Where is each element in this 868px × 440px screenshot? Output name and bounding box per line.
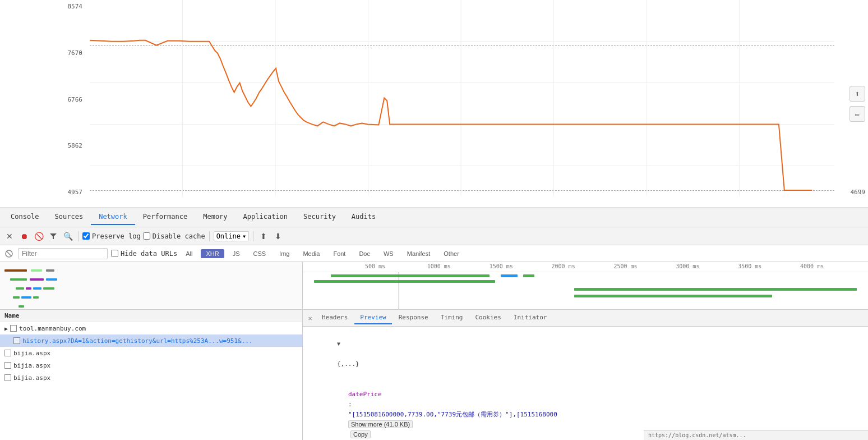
- blocked-btn[interactable]: [3, 248, 15, 259]
- preserve-log-text: Preserve log: [92, 232, 141, 240]
- preserve-log-label[interactable]: Preserve log: [82, 232, 141, 240]
- filter-img-btn[interactable]: Img: [274, 249, 294, 258]
- toolbar-divider-3: [253, 231, 253, 241]
- chart-svg: [90, 0, 834, 207]
- tab-headers[interactable]: Headers: [316, 311, 353, 324]
- json-root-braces: {,...}: [337, 360, 359, 368]
- svg-marker-11: [50, 233, 57, 239]
- toolbar-divider-1: [78, 231, 79, 241]
- hide-data-urls-text: Hide data URLs: [121, 250, 177, 258]
- filter-media-btn[interactable]: Media: [298, 249, 325, 258]
- tab-application[interactable]: Application: [236, 209, 296, 225]
- performance-chart: 8574 7670 6766 5862 4957 4699 ⬆ ✏: [0, 0, 868, 208]
- filter-manifest-btn[interactable]: Manifest: [402, 249, 436, 258]
- y-label-5862: 5862: [3, 142, 87, 149]
- tick-1500ms: 1500 ms: [490, 263, 513, 269]
- tab-console[interactable]: Console: [3, 209, 47, 225]
- filter-font-btn[interactable]: Font: [328, 249, 350, 258]
- filter-input[interactable]: [18, 248, 108, 259]
- tab-cookies[interactable]: Cookies: [469, 311, 506, 324]
- throttle-label: Online: [216, 232, 241, 240]
- disable-cache-checkbox[interactable]: [143, 232, 150, 240]
- json-val-dateprice: "[1515081600000,7739.00,"7739元包邮（需用券）"],…: [348, 411, 557, 418]
- filter-other-btn[interactable]: Other: [438, 249, 464, 258]
- chart-y-labels: 8574 7670 6766 5862 4957: [0, 0, 90, 207]
- tab-initiator[interactable]: Initiator: [508, 311, 553, 324]
- tab-network[interactable]: Network: [91, 209, 135, 225]
- close-panel-btn[interactable]: ✕: [305, 313, 315, 323]
- stop-btn[interactable]: 🚫: [33, 230, 45, 242]
- record-btn[interactable]: ⏺: [18, 230, 30, 242]
- filter-css-btn[interactable]: CSS: [248, 249, 271, 258]
- filter-all-btn[interactable]: All: [181, 249, 197, 258]
- close-devtools-btn[interactable]: ✕: [3, 230, 16, 242]
- file-icon-bijia-2: [4, 362, 11, 369]
- tick-2000ms: 2000 ms: [552, 263, 575, 269]
- import-btn[interactable]: ⬆: [257, 230, 270, 242]
- chart-scroll-buttons: ⬆ ✏: [849, 86, 865, 122]
- network-left-panel: Name ▶ tool.manmanbuy.com history.aspx?D…: [0, 310, 303, 440]
- preserve-log-checkbox[interactable]: [82, 232, 90, 240]
- file-name-bijia-3: bijia.aspx: [13, 374, 50, 382]
- y-label-8574: 8574: [3, 3, 87, 10]
- tab-memory[interactable]: Memory: [195, 209, 235, 225]
- chart-right-value: 4699: [851, 189, 866, 196]
- timeline-area: 500 ms 1000 ms 1500 ms 2000 ms 2500 ms 3…: [0, 262, 868, 310]
- y-label-4957: 4957: [3, 189, 87, 196]
- status-bar: https://blog.csdn.net/atsm...: [644, 430, 868, 440]
- filter-doc-btn[interactable]: Doc: [354, 249, 375, 258]
- hide-data-urls-checkbox[interactable]: [111, 250, 118, 257]
- timeline-names-col: [0, 262, 303, 309]
- tab-audits[interactable]: Audits: [344, 209, 384, 225]
- status-url: https://blog.csdn.net/atsm...: [648, 432, 746, 438]
- y-label-6766: 6766: [3, 96, 87, 103]
- file-item-history[interactable]: history.aspx?DA=1&action=gethistory&url=…: [0, 334, 302, 347]
- filter-xhr-btn[interactable]: XHR: [201, 249, 224, 258]
- filter-js-btn[interactable]: JS: [228, 249, 245, 258]
- toolbar-divider-2: [209, 231, 210, 241]
- tab-security[interactable]: Security: [296, 209, 344, 225]
- file-item-bijia-1[interactable]: bijia.aspx: [0, 347, 302, 359]
- tab-timing[interactable]: Timing: [435, 311, 469, 324]
- tab-response[interactable]: Response: [393, 311, 434, 324]
- json-key-dateprice: datePrice: [348, 391, 382, 398]
- filter-row: Hide data URLs All XHR JS CSS Img Media …: [0, 245, 868, 262]
- tick-500ms: 500 ms: [365, 263, 385, 269]
- y-label-7670: 7670: [3, 49, 87, 57]
- scroll-up-btn[interactable]: ⬆: [849, 86, 865, 102]
- network-split: Name ▶ tool.manmanbuy.com history.aspx?D…: [0, 310, 868, 440]
- json-root-line: ▼ {,...}: [307, 329, 864, 379]
- domain-arrow: ▶: [4, 326, 8, 332]
- disable-cache-label[interactable]: Disable cache: [143, 232, 205, 240]
- domain-name: tool.manmanbuy.com: [19, 325, 86, 332]
- tab-preview[interactable]: Preview: [354, 311, 391, 324]
- search-btn[interactable]: 🔍: [62, 230, 74, 242]
- file-name-history: history.aspx?DA=1&action=gethistory&url=…: [22, 337, 253, 345]
- disable-cache-text: Disable cache: [153, 232, 205, 240]
- expand-root-arrow[interactable]: ▼: [337, 341, 340, 347]
- file-item-bijia-2[interactable]: bijia.aspx: [0, 359, 302, 372]
- scroll-edit-btn[interactable]: ✏: [849, 106, 865, 122]
- filter-ws-btn[interactable]: WS: [378, 249, 399, 258]
- network-right-panel: ✕ Headers Preview Response Timing Cookie…: [303, 310, 868, 440]
- file-item-bijia-3[interactable]: bijia.aspx: [0, 372, 302, 384]
- export-btn[interactable]: ⬇: [272, 230, 284, 242]
- filter-btn[interactable]: [47, 230, 59, 242]
- file-icon-bijia-3: [4, 374, 11, 381]
- timeline-chart: 500 ms 1000 ms 1500 ms 2000 ms 2500 ms 3…: [303, 262, 868, 309]
- file-icon-bijia-1: [4, 350, 11, 356]
- throttle-arrow-icon: ▾: [242, 232, 246, 240]
- domain-item[interactable]: ▶ tool.manmanbuy.com: [0, 322, 302, 334]
- show-more-btn[interactable]: Show more (41.0 KB): [348, 420, 413, 428]
- file-icon-history: [13, 337, 20, 344]
- copy-btn[interactable]: Copy: [350, 430, 371, 438]
- hide-data-urls-label[interactable]: Hide data URLs: [111, 250, 177, 258]
- tick-4000ms: 4000 ms: [800, 263, 824, 269]
- devtools-tabs: Console Sources Network Performance Memo…: [0, 208, 868, 227]
- timeline-ruler: 500 ms 1000 ms 1500 ms 2000 ms 2500 ms 3…: [303, 262, 868, 272]
- tab-sources[interactable]: Sources: [47, 209, 91, 225]
- tab-performance[interactable]: Performance: [135, 209, 195, 225]
- tick-2500ms: 2500 ms: [613, 263, 637, 269]
- throttle-select[interactable]: Online ▾: [214, 231, 250, 241]
- file-name-bijia-1: bijia.aspx: [13, 350, 50, 357]
